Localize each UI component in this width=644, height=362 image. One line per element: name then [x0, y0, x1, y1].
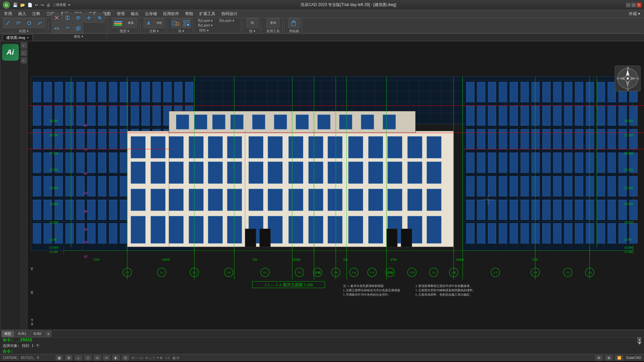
svg-rect-64 [142, 106, 150, 125]
tab-drawing[interactable]: 建筑图.dwg ✕ [3, 34, 33, 41]
open-icon[interactable]: 📂 [19, 2, 26, 8]
qrcode-tool[interactable] [182, 18, 191, 28]
svg-rect-282 [388, 136, 402, 158]
ai-logo[interactable]: Ai [2, 44, 19, 61]
rotate-tool[interactable] [62, 23, 72, 34]
snap-btn[interactable]: ⊞ [65, 355, 72, 360]
query-tool[interactable]: 查询 [266, 18, 280, 28]
layout-tab-1[interactable]: 布局1 [15, 330, 30, 337]
layout-tab-2[interactable]: 布局2 [30, 330, 45, 337]
selection-btn[interactable]: ⊡ [122, 355, 129, 360]
model-btn[interactable]: 🖥 [605, 355, 612, 360]
svg-text:注: 1. 象牙白色乳胶漆粉刷墙面: 注: 1. 象牙白色乳胶漆粉刷墙面 [343, 284, 384, 288]
svg-rect-179 [499, 129, 507, 149]
close-button[interactable]: ✕ [637, 3, 641, 7]
text-tool[interactable]: A [144, 18, 154, 28]
svg-rect-187 [586, 129, 594, 149]
menu-item-extend[interactable]: 扩展工具 [197, 10, 218, 17]
menu-item-appearance[interactable]: 外观 ▾ [626, 10, 643, 17]
tab-close-button[interactable]: ✕ [26, 36, 29, 40]
menu-item-common[interactable]: 常用 [1, 10, 15, 17]
canvas-area[interactable]: 8F 7F 6F 5F 4F 3F 2F 1F 34.300 30.700 27… [28, 41, 644, 329]
layout-tab-model[interactable]: 模型 [1, 330, 14, 337]
add-layout-button[interactable]: + [45, 331, 51, 337]
group-tool[interactable]: 组 [246, 18, 258, 28]
menu-item-annotate[interactable]: 注释 [30, 10, 43, 17]
svg-rect-134 [87, 224, 95, 243]
print-icon[interactable]: 🖨 [46, 2, 51, 8]
command-input[interactable]: 命令: [3, 349, 635, 354]
left-sidebar: ≡ □ ▷ [20, 41, 28, 329]
hatch-tool[interactable]: 抹灰 [125, 18, 137, 28]
svg-rect-170 [575, 106, 583, 125]
mirror-tool[interactable] [52, 23, 62, 34]
svg-rect-169 [564, 106, 572, 125]
coord-x-label: X [31, 322, 33, 326]
layer-panel-btn[interactable]: ≡ [21, 43, 27, 49]
properties-panel-btn[interactable]: □ [21, 50, 27, 56]
undo-icon[interactable]: ↩ [34, 2, 39, 8]
svg-rect-202 [575, 153, 583, 173]
save-icon[interactable]: 💾 [12, 2, 18, 8]
paste-tool[interactable] [288, 18, 300, 28]
block-group: 块 ▾ [170, 18, 193, 34]
svg-rect-228 [510, 200, 518, 220]
settings-btn[interactable]: ⚙ [595, 355, 602, 360]
explode-tool[interactable] [62, 13, 72, 23]
menu-item-cloud[interactable]: 云存储 [142, 10, 160, 17]
menu-item-help[interactable]: 帮助 [182, 10, 196, 17]
erase-tool[interactable] [52, 13, 62, 23]
svg-rect-154 [575, 82, 583, 102]
network-btn[interactable]: 📶 [615, 355, 623, 360]
circle-tool[interactable] [24, 18, 34, 28]
menu-item-insert[interactable]: 插入 [15, 10, 29, 17]
svg-rect-167 [542, 106, 550, 125]
svg-rect-184 [553, 129, 561, 149]
copy-tool[interactable] [73, 23, 83, 34]
svg-rect-70 [44, 129, 52, 149]
menu-item-collab[interactable]: 协同设计 [219, 10, 240, 17]
osnap-btn[interactable]: ⊙ [94, 355, 101, 360]
status-right: ⚙ 🖥 📶 GstarCAD [595, 355, 641, 360]
cmd-btn[interactable]: ▷ [21, 57, 27, 63]
transparency-btn[interactable]: ◐ [112, 355, 119, 360]
svg-rect-221 [608, 176, 616, 196]
redo-icon[interactable]: ↪ [40, 2, 45, 8]
menu-item-apps[interactable]: 应用软件 [160, 10, 182, 17]
scroll-down-btn[interactable]: ▼ [637, 341, 641, 343]
svg-rect-73 [76, 129, 85, 149]
svg-rect-191 [630, 129, 638, 149]
minimize-button[interactable]: ─ [626, 3, 631, 7]
line-tool[interactable] [3, 18, 13, 28]
svg-rect-160 [466, 106, 474, 125]
scroll-up-btn[interactable]: ▲ [637, 337, 641, 340]
menu-item-manage[interactable]: 管理 [114, 10, 127, 17]
polar-btn[interactable]: ◇ [85, 355, 91, 360]
svg-rect-176 [466, 129, 474, 149]
command-line-2: 选择对象: 找到 1 个 [3, 343, 635, 348]
menu-item-output[interactable]: 输出 [128, 10, 142, 17]
properties-tool[interactable]: 特性 [154, 18, 164, 28]
svg-text:东: 东 [637, 77, 639, 80]
grid-btn[interactable]: ▦ [56, 355, 63, 360]
boolean-tool[interactable] [73, 13, 83, 23]
maximize-button[interactable]: □ [631, 3, 636, 7]
cad-drawing: 8F 7F 6F 5F 4F 3F 2F 1F 34.300 30.700 27… [28, 41, 644, 329]
svg-text:16600: 16600 [455, 258, 464, 261]
svg-rect-264 [296, 115, 309, 129]
stretch-tool[interactable] [95, 13, 105, 23]
arc-tool[interactable] [35, 18, 45, 28]
status-bar: 1397646, 657221, 0 ▦ ⊞ ⊥ ◇ ⊙ ═ ◐ ⊡ ⊟ □ ◁… [0, 354, 644, 361]
lineweight-btn[interactable]: ═ [103, 355, 110, 360]
move-tool[interactable] [84, 13, 94, 23]
layer-properties-tool[interactable] [112, 18, 124, 28]
svg-rect-308 [268, 189, 282, 211]
svg-rect-303 [169, 189, 183, 211]
svg-rect-19 [173, 21, 176, 25]
new-icon[interactable]: 📄 [27, 2, 33, 8]
ortho-btn[interactable]: ⊥ [75, 355, 82, 360]
svg-rect-173 [608, 106, 616, 125]
polyline-tool[interactable] [13, 18, 23, 28]
insert-block-tool[interactable] [171, 18, 181, 28]
svg-rect-75 [98, 129, 106, 149]
